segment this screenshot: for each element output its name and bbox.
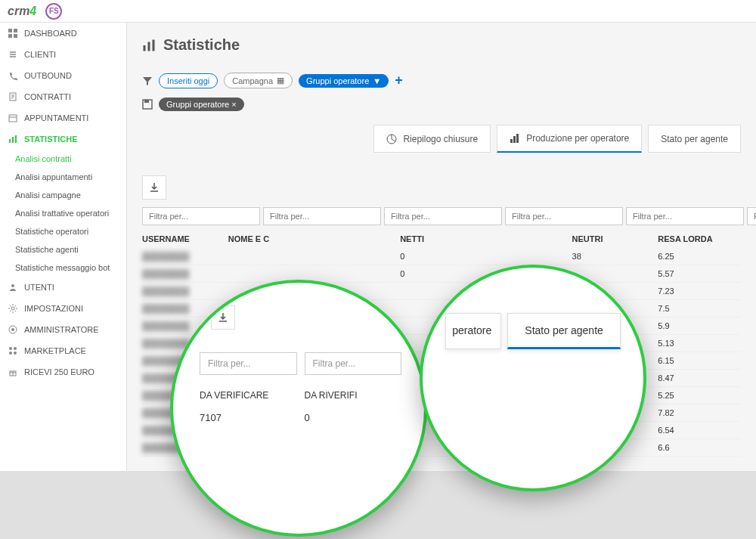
filter-small-icon: ▼ <box>373 76 381 85</box>
tab-produzione[interactable]: Produzione per operatore <box>497 125 642 153</box>
th-netti[interactable]: NETTI <box>400 234 483 243</box>
sidebar-item-clienti[interactable]: CLIENTI <box>0 44 126 65</box>
sidebar-sub-analisi-contratti[interactable]: Analisi contratti <box>0 150 126 168</box>
phone-icon <box>8 70 18 81</box>
filter-input-3[interactable] <box>384 207 502 225</box>
tab-riepilogo[interactable]: Riepilogo chiusure <box>373 125 491 153</box>
filter-input-4[interactable] <box>505 207 623 225</box>
filter-input-zoom-2[interactable]: Filtra per... <box>305 352 402 375</box>
svg-point-14 <box>14 347 17 350</box>
cell-spacer <box>486 252 569 261</box>
svg-rect-24 <box>510 139 513 143</box>
svg-rect-20 <box>153 39 155 51</box>
filter-input-2[interactable] <box>263 207 381 225</box>
table-headers: USERNAME NOME E C NETTI NEUTRI RESA LORD… <box>142 230 741 248</box>
save-icon[interactable] <box>142 99 153 110</box>
svg-rect-6 <box>9 139 11 143</box>
page-title-text: Statistiche <box>163 36 240 54</box>
svg-rect-18 <box>144 45 146 51</box>
cell-nome <box>228 252 311 261</box>
filter-chip-inseriti[interactable]: Inseriti oggi <box>159 73 218 88</box>
th-da-verificare[interactable]: DA VERIFICARE <box>200 390 297 401</box>
cell-username: ████████ <box>142 252 225 261</box>
th-username[interactable]: USERNAME <box>142 234 225 243</box>
cell-resa: 5.25 <box>658 391 741 400</box>
sidebar-item-label: CONTRATTI <box>24 92 71 101</box>
sidebar-sub-stat-bot[interactable]: Statistiche messaggio bot <box>0 259 126 277</box>
zoom-circle-1: Filtra per... Filtra per... DA VERIFICAR… <box>170 280 427 537</box>
sidebar-item-marketplace[interactable]: MARKETPLACE <box>0 340 126 361</box>
th-neutri[interactable]: NEUTRI <box>572 234 655 243</box>
avatar[interactable]: FS <box>45 3 62 20</box>
sidebar-item-label: APPUNTAMENTI <box>24 113 88 122</box>
add-filter-button[interactable]: + <box>395 73 403 88</box>
svg-point-10 <box>11 307 14 310</box>
cell-resa: 7.23 <box>658 287 741 296</box>
svg-rect-7 <box>12 137 14 143</box>
svg-rect-0 <box>8 29 12 33</box>
filter-input-6[interactable] <box>747 207 756 225</box>
cell-resa: 5.13 <box>658 339 741 348</box>
filter-input-5[interactable] <box>626 207 744 225</box>
sidebar-item-label: OUTBOUND <box>24 71 72 80</box>
svg-point-15 <box>9 352 12 355</box>
cell-spacer <box>314 269 397 278</box>
sidebar-sub-analisi-trattative[interactable]: Analisi trattative operatori <box>0 204 126 222</box>
clients-icon <box>8 49 18 60</box>
cell-resa: 6.6 <box>658 443 741 452</box>
sidebar-item-impostazioni[interactable]: IMPOSTAZIONI <box>0 298 126 319</box>
stats-icon <box>142 39 156 52</box>
sidebar-item-utenti[interactable]: UTENTI <box>0 277 126 298</box>
svg-rect-5 <box>9 115 17 122</box>
sidebar-item-outbound[interactable]: OUTBOUND <box>0 65 126 86</box>
sidebar-sub-analisi-appuntamenti[interactable]: Analisi appuntamenti <box>0 168 126 186</box>
cell-spacer <box>314 252 397 261</box>
tab-stato-agente-zoom[interactable]: Stato per agente <box>507 313 621 349</box>
cell-username: ████████ <box>142 287 225 296</box>
sidebar-sub-stat-operatori[interactable]: Statistiche operatori <box>0 222 126 240</box>
th-nome[interactable]: NOME E C <box>228 234 311 243</box>
sidebar-item-statistiche[interactable]: STATISTICHE <box>0 129 126 150</box>
svg-point-13 <box>9 347 12 350</box>
cell-neutri: 38 <box>572 252 655 261</box>
download-icon <box>218 312 228 323</box>
filter-inputs-row <box>142 207 741 225</box>
sidebar: DASHBOARD CLIENTI OUTBOUND CONTRATTI APP… <box>0 23 127 539</box>
header: crm4 FS <box>0 0 756 23</box>
user-icon <box>8 282 18 293</box>
filter-input-1[interactable] <box>142 207 260 225</box>
svg-point-9 <box>11 284 14 287</box>
sidebar-item-label: UTENTI <box>24 283 54 292</box>
save-row: Gruppi operatore × <box>142 98 741 111</box>
tab-stato-agente[interactable]: Stato per agente <box>648 125 741 153</box>
logo: crm4 <box>8 5 36 18</box>
sidebar-item-amministratore[interactable]: AMMINISTRATORE <box>0 319 126 340</box>
filter-chip-gruppi[interactable]: Gruppi operatore ▼ <box>299 74 389 88</box>
sidebar-item-appuntamenti[interactable]: APPUNTAMENTI <box>0 107 126 129</box>
sidebar-item-ricevi[interactable]: RICEVI 250 EURO <box>0 361 126 383</box>
svg-rect-8 <box>15 135 17 143</box>
filter-input-zoom-1[interactable]: Filtra per... <box>200 352 297 375</box>
th-da-riverificare[interactable]: DA RIVERIFI <box>305 390 402 401</box>
download-icon <box>149 182 160 193</box>
cell-resa: 6.15 <box>658 356 741 365</box>
sidebar-item-label: IMPOSTAZIONI <box>24 304 83 313</box>
sidebar-item-dashboard[interactable]: DASHBOARD <box>0 23 126 44</box>
saved-chip-gruppi[interactable]: Gruppi operatore × <box>159 98 244 111</box>
sidebar-item-label: AMMINISTRATORE <box>24 325 99 334</box>
cell-resa: 6.54 <box>658 426 741 435</box>
filter-chip-campagna[interactable]: Campagna ▦ <box>224 73 293 88</box>
sidebar-sub-analisi-campagne[interactable]: Analisi campagne <box>0 186 126 204</box>
contract-icon <box>8 91 18 102</box>
sidebar-item-contratti[interactable]: CONTRATTI <box>0 86 126 107</box>
sidebar-sub-stat-agenti[interactable]: Statistiche agenti <box>0 240 126 259</box>
tab-operatore-partial[interactable]: peratore <box>445 313 501 349</box>
svg-rect-3 <box>14 34 17 38</box>
svg-rect-26 <box>516 134 519 143</box>
market-icon <box>8 345 18 356</box>
zoom-circle-2: peratore Stato per agente <box>420 265 646 491</box>
filter-icon[interactable] <box>142 76 153 86</box>
download-button[interactable] <box>142 175 166 200</box>
th-resa[interactable]: RESA LORDA <box>658 234 741 243</box>
cell-resa: 7.5 <box>658 304 741 313</box>
